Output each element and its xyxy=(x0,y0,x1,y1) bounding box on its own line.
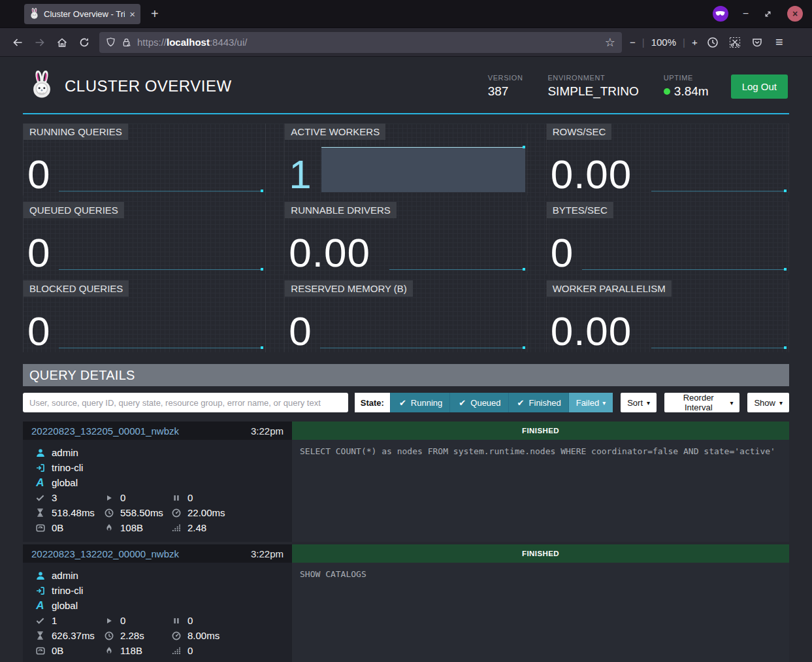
logout-button[interactable]: Log Out xyxy=(731,74,788,99)
query-details-header: QUERY DETAILS xyxy=(23,364,789,386)
query-row: 20220823_132205_00001_nwbzk 3:22pm FINIS… xyxy=(23,422,789,542)
browser-tab[interactable]: Cluster Overview - Trino × xyxy=(24,4,140,24)
query-row: 20220823_132202_00000_nwbzk 3:22pm FINIS… xyxy=(23,544,789,662)
queued-splits: 0 xyxy=(187,615,193,626)
queued-splits-pause-icon xyxy=(171,493,181,503)
stat-value: 0 xyxy=(551,233,574,273)
wall-time: 626.37ms xyxy=(52,630,95,641)
query-status-bar: FINISHED xyxy=(292,422,789,440)
cumulative-memory: 108B xyxy=(120,522,143,533)
url-scheme: https:// xyxy=(137,37,167,48)
stat-label: RESERVED MEMORY (B) xyxy=(285,280,413,297)
stat-card-runnable-drivers: RUNNABLE DRIVERS 0.00 xyxy=(284,202,527,274)
parallelism-bars-icon xyxy=(171,646,181,655)
app-header: CLUSTER OVERVIEW VERSION 387 ENVIRONMENT… xyxy=(23,57,789,114)
bookmark-star-icon[interactable]: ☆ xyxy=(605,35,615,50)
stat-value: 0 xyxy=(27,154,50,195)
stat-card-blocked-queries: BLOCKED QUERIES 0 xyxy=(23,280,266,352)
sparkline xyxy=(651,191,787,191)
filter-failed-dropdown[interactable]: Failed ▾ xyxy=(568,393,613,412)
uptime-status-dot xyxy=(664,88,670,95)
cumulative-memory-fire-icon xyxy=(104,523,114,533)
trino-page: CLUSTER OVERVIEW VERSION 387 ENVIRONMENT… xyxy=(0,57,812,662)
filter-running-button[interactable]: ✔ Running xyxy=(390,393,449,412)
minimize-button[interactable]: − xyxy=(743,8,749,20)
stat-card-rows-sec: ROWS/SEC 0.00 xyxy=(546,124,789,195)
browser-toolbar: https://localhost:8443/ui/ ☆ − | 100% | … xyxy=(0,28,812,57)
version-label: VERSION xyxy=(488,74,523,82)
sparkline-area xyxy=(321,147,525,192)
zoom-out-button[interactable]: − xyxy=(630,37,636,48)
tab-close-button[interactable]: × xyxy=(129,8,135,20)
zoom-level[interactable]: 100% xyxy=(651,37,676,48)
menu-hamburger-icon[interactable]: ≡ xyxy=(768,32,790,53)
screenshot-scissors-icon[interactable] xyxy=(724,32,746,53)
stat-label: WORKER PARALLELISM xyxy=(547,280,672,297)
stat-label: ACTIVE WORKERS xyxy=(285,124,385,140)
elapsed-time: 558.50ms xyxy=(120,507,163,518)
lock-warning-icon[interactable] xyxy=(122,37,131,47)
environment-value: SIMPLE_TRINO xyxy=(547,84,638,99)
memory-scale-icon xyxy=(35,523,45,533)
window-titlebar: Cluster Overview - Trino × + − × xyxy=(0,0,812,28)
back-button[interactable] xyxy=(7,32,29,53)
sort-dropdown[interactable]: Sort ▾ xyxy=(621,393,657,412)
url-host: localhost xyxy=(167,37,210,48)
query-id-link[interactable]: 20220823_132202_00000_nwbzk xyxy=(31,548,179,559)
home-button[interactable] xyxy=(51,32,73,53)
elapsed-clock-icon xyxy=(104,508,114,518)
restore-button[interactable] xyxy=(763,9,773,19)
reload-button[interactable] xyxy=(73,32,95,53)
query-search-input[interactable] xyxy=(23,393,348,412)
window-close-button[interactable]: × xyxy=(787,6,803,22)
check-icon: ✔ xyxy=(398,398,408,408)
query-id-link[interactable]: 20220823_132205_00001_nwbzk xyxy=(31,425,179,437)
user-icon xyxy=(35,571,45,580)
cpu-time-gauge-icon xyxy=(171,508,181,518)
cumulative-memory-fire-icon xyxy=(104,646,114,655)
zoom-in-button[interactable]: + xyxy=(692,37,698,48)
completed-splits: 3 xyxy=(52,492,57,503)
cpu-time-gauge-icon xyxy=(171,631,181,640)
resource-group-icon: A xyxy=(35,599,45,612)
url-bar[interactable]: https://localhost:8443/ui/ ☆ xyxy=(99,32,622,53)
current-memory: 0B xyxy=(52,522,63,533)
stat-value: 0 xyxy=(27,311,50,352)
cpu-time: 8.00ms xyxy=(187,630,219,641)
sparkline xyxy=(320,348,525,348)
stat-card-worker-parallelism: WORKER PARALLELISM 0.00 xyxy=(546,280,789,352)
url-path: :8443/ui/ xyxy=(210,37,248,48)
stat-label: RUNNING QUERIES xyxy=(24,124,128,140)
history-clock-icon[interactable] xyxy=(702,32,724,53)
query-source: trino-cli xyxy=(52,462,83,473)
state-filter-label: State: xyxy=(355,393,390,412)
parallelism: 2.48 xyxy=(187,522,206,533)
stat-label: ROWS/SEC xyxy=(547,124,612,140)
wall-time-hourglass-icon xyxy=(35,631,45,640)
stat-value: 0.00 xyxy=(551,311,632,352)
wall-time-hourglass-icon xyxy=(35,508,45,518)
reorder-interval-dropdown[interactable]: Reorder Interval ▾ xyxy=(664,393,739,412)
new-tab-button[interactable]: + xyxy=(151,7,159,22)
pocket-icon[interactable] xyxy=(746,32,768,53)
forward-button[interactable] xyxy=(29,32,51,53)
trino-favicon-icon xyxy=(29,9,39,19)
uptime-value: 3.84m xyxy=(674,84,709,99)
source-sign-in-icon xyxy=(35,586,45,595)
filter-finished-button[interactable]: ✔ Finished xyxy=(508,393,568,412)
query-filter-toolbar: State: ✔ Running ✔ Queued ✔ Finished Fai… xyxy=(23,393,789,412)
filter-queued-button[interactable]: ✔ Queued xyxy=(449,393,508,412)
queued-splits: 0 xyxy=(187,492,193,503)
sparkline xyxy=(59,348,263,348)
query-source: trino-cli xyxy=(52,585,83,596)
stat-label: RUNNABLE DRIVERS xyxy=(285,202,397,218)
parallelism: 0 xyxy=(187,645,193,656)
running-splits: 0 xyxy=(120,492,125,503)
tracking-shield-icon[interactable] xyxy=(106,37,116,47)
stat-card-running-queries: RUNNING QUERIES 0 xyxy=(23,124,266,195)
stat-card-reserved-memory: RESERVED MEMORY (B) 0 xyxy=(284,280,527,352)
running-splits-play-icon xyxy=(104,493,114,503)
show-dropdown[interactable]: Show ▾ xyxy=(747,393,789,412)
cumulative-memory: 118B xyxy=(120,645,142,656)
uptime-label: UPTIME xyxy=(664,74,709,82)
